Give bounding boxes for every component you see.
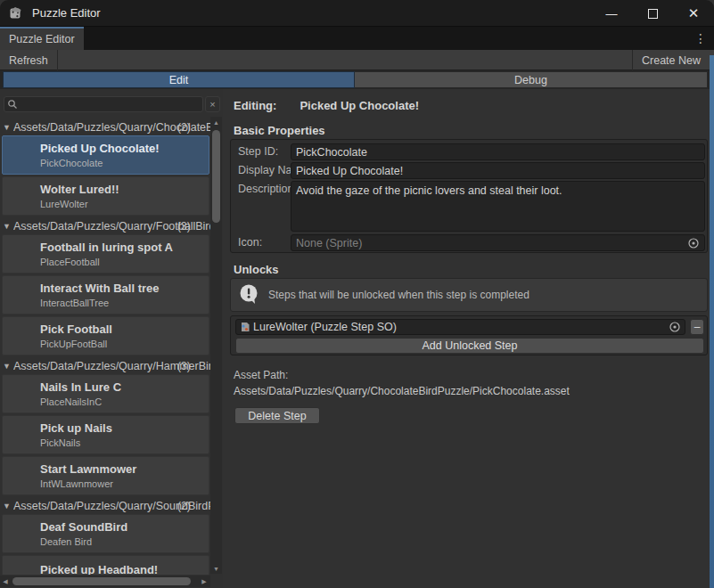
- refresh-button[interactable]: Refresh: [0, 50, 58, 70]
- foldout-triangle-icon: ▼: [3, 502, 13, 510]
- basic-properties-title: Basic Properties: [234, 124, 325, 137]
- list-item[interactable]: Deaf SoundBirdDeafen Bird: [2, 514, 209, 553]
- list-item[interactable]: Nails In Lure CPlaceNailsInC: [2, 374, 209, 413]
- mode-tab-bar: Edit Debug: [0, 70, 714, 89]
- kebab-menu-icon: ⋮: [694, 31, 707, 45]
- step-id: PickChocolate: [40, 158, 209, 168]
- step-id: InteractBallTree: [40, 298, 209, 308]
- step-title: Interact With Ball tree: [40, 282, 209, 295]
- search-row: ×: [0, 96, 223, 112]
- delete-step-label: Delete Step: [248, 410, 306, 422]
- group-count-badge: (2): [177, 500, 191, 512]
- step-id-input[interactable]: [291, 143, 705, 160]
- unlocks-info-box: Steps that will be unlocked when this st…: [230, 278, 708, 312]
- create-new-button[interactable]: Create New: [632, 50, 710, 70]
- puzzle-step-list: ▼Assets/Data/Puzzles/Quarry/ChocolateBir…: [0, 117, 210, 575]
- step-title: Deaf SoundBird: [40, 520, 209, 534]
- step-title: Start Lawnmower: [40, 462, 209, 476]
- tab-context-menu-button[interactable]: ⋮: [694, 27, 707, 50]
- list-item[interactable]: Start LawnmowerIntWLawnmower: [2, 456, 209, 495]
- step-title: Pick up Nails: [40, 421, 209, 435]
- list-item[interactable]: Interact With Ball treeInteractBallTree: [2, 275, 209, 314]
- editing-header: Editing:Picked Up Chocolate!: [234, 99, 419, 112]
- toolbar: Refresh Create New: [0, 50, 714, 70]
- step-id: PlaceNailsInC: [40, 396, 209, 407]
- object-picker-icon[interactable]: [669, 321, 681, 333]
- unlocked-step-name: LureWolter (Puzzle Step SO): [253, 321, 669, 333]
- scroll-right-arrow[interactable]: ▶: [199, 576, 209, 587]
- step-id: PickUpFootBall: [40, 339, 209, 349]
- unlocked-step-object-field[interactable]: LureWolter (Puzzle Step SO): [235, 319, 685, 335]
- close-button[interactable]: ✕: [673, 0, 714, 27]
- list-item[interactable]: Pick up NailsPickNails: [2, 415, 209, 454]
- step-id-label: Step ID:: [238, 145, 278, 158]
- step-id: PickNails: [40, 437, 209, 448]
- group-count-badge: (2): [177, 121, 191, 134]
- list-item[interactable]: Picked up Headband!: [2, 555, 209, 575]
- step-id: IntWLawnmower: [40, 478, 209, 489]
- icon-object-value: None (Sprite): [296, 237, 687, 249]
- puzzle-editor-window: Puzzle Editor — ✕ Puzzle Editor ⋮ Refres…: [0, 0, 714, 588]
- horizontal-scroll-thumb[interactable]: [12, 577, 191, 585]
- info-bubble-icon: [238, 283, 261, 306]
- search-icon: [7, 99, 18, 110]
- clear-icon: ×: [209, 99, 215, 110]
- description-input[interactable]: Avoid the gaze of the picnic lovers and …: [291, 181, 705, 232]
- step-title: Nails In Lure C: [40, 380, 209, 394]
- basic-properties-box: Step ID: Display Name: Description: Avoi…: [230, 139, 708, 253]
- minimize-icon: —: [606, 7, 618, 20]
- minimize-button[interactable]: —: [591, 0, 632, 27]
- scroll-left-arrow[interactable]: ◀: [0, 576, 11, 587]
- list-item[interactable]: Pick FootballPickUpFootBall: [2, 316, 209, 355]
- search-input[interactable]: [4, 96, 203, 112]
- editing-label: Editing:: [234, 99, 276, 112]
- group-header[interactable]: ▼Assets/Data/Puzzles/Quarry/SoundBirdPuz…: [0, 499, 210, 513]
- step-title: Picked up Headband!: [40, 563, 209, 575]
- unlocks-info-text: Steps that will be unlocked when this st…: [268, 289, 529, 301]
- add-unlocked-step-button[interactable]: Add Unlocked Step: [235, 338, 704, 354]
- vertical-scroll-thumb[interactable]: [212, 130, 220, 223]
- object-picker-icon[interactable]: [687, 237, 700, 249]
- search-clear-button[interactable]: ×: [205, 96, 220, 112]
- tab-strip: Puzzle Editor ⋮: [0, 27, 714, 50]
- scriptable-object-icon: [240, 322, 250, 332]
- tab-edit[interactable]: Edit: [3, 71, 355, 88]
- tab-debug-label: Debug: [514, 74, 547, 86]
- sidebar-horizontal-scrollbar: ◀ ▶: [0, 576, 210, 587]
- foldout-triangle-icon: ▼: [3, 123, 13, 132]
- group-header[interactable]: ▼Assets/Data/Puzzles/Quarry/ChocolateBir…: [0, 120, 210, 135]
- minus-icon: –: [694, 321, 701, 333]
- scroll-up-arrow[interactable]: ▲: [210, 117, 222, 127]
- group-count-badge: (3): [177, 360, 191, 372]
- tab-debug[interactable]: Debug: [355, 71, 708, 88]
- list-item[interactable]: Wolter Lured!!LureWolter: [2, 176, 209, 216]
- step-id: PlaceFootball: [40, 257, 209, 267]
- tab-label: Puzzle Editor: [9, 33, 75, 45]
- sidebar-vertical-scrollbar: ▲ ▼: [210, 117, 222, 574]
- asset-path-label: Asset Path:: [234, 369, 288, 381]
- delete-step-button[interactable]: Delete Step: [234, 407, 320, 424]
- step-editor-panel: Editing:Picked Up Chocolate! Basic Prope…: [223, 89, 710, 588]
- step-id: Deafen Bird: [40, 536, 209, 547]
- remove-unlocked-step-button[interactable]: –: [690, 319, 704, 335]
- group-header[interactable]: ▼Assets/Data/Puzzles/Quarry/HammerBirdPu…: [0, 359, 210, 373]
- display-name-input[interactable]: [291, 162, 705, 179]
- tab-puzzle-editor[interactable]: Puzzle Editor: [0, 27, 84, 50]
- step-title: Wolter Lured!!: [40, 183, 209, 196]
- group-header[interactable]: ▼Assets/Data/Puzzles/Quarry/FootballBird…: [0, 219, 210, 233]
- add-unlocked-step-label: Add Unlocked Step: [422, 339, 517, 352]
- list-item[interactable]: Football in luring spot APlaceFootball: [2, 234, 209, 274]
- dice-app-icon: [8, 5, 23, 20]
- scroll-down-arrow[interactable]: ▼: [210, 563, 222, 574]
- foldout-triangle-icon: ▼: [3, 222, 13, 231]
- window-title: Puzzle Editor: [32, 6, 101, 20]
- maximize-icon: [648, 9, 658, 19]
- step-title: Football in luring spot A: [40, 241, 209, 254]
- maximize-button[interactable]: [632, 0, 673, 27]
- list-item[interactable]: Picked Up Chocolate!PickChocolate: [2, 135, 209, 175]
- step-title: Picked Up Chocolate!: [40, 142, 209, 155]
- unlocked-steps-box: LureWolter (Puzzle Step SO) – Add Unlock…: [230, 315, 708, 355]
- create-new-label: Create New: [642, 54, 701, 67]
- icon-object-field[interactable]: None (Sprite): [291, 234, 705, 251]
- title-bar: Puzzle Editor — ✕: [0, 0, 714, 27]
